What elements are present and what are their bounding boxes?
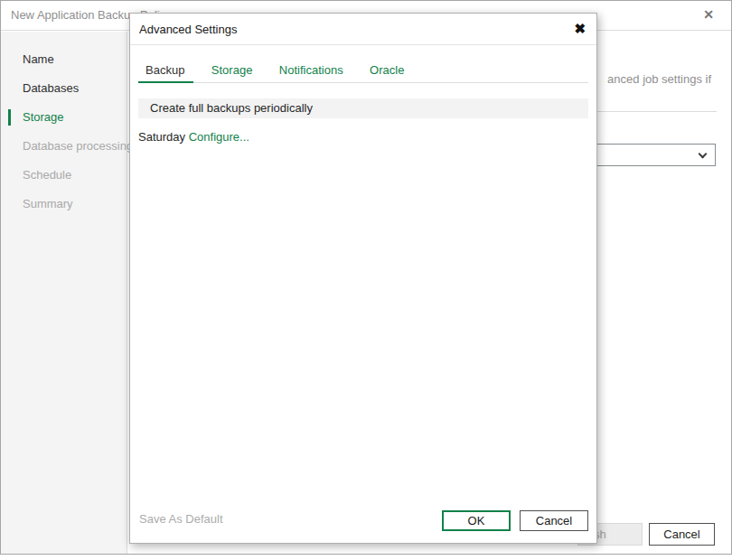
sidebar-item-storage[interactable]: Storage [1, 103, 127, 132]
tab-backup[interactable]: Backup [138, 60, 193, 82]
advanced-settings-dialog: Advanced Settings ✖ Backup Storage Notif… [129, 13, 597, 544]
dialog-title: Advanced Settings [139, 23, 237, 36]
dialog-tab-strip: Backup Storage Notifications Oracle [138, 60, 588, 83]
storage-step-description-partial: anced job settings if [607, 72, 711, 86]
wizard-step-sidebar: Name Databases Storage Database processi… [1, 32, 127, 554]
wizard-cancel-button[interactable]: Cancel [649, 523, 715, 546]
sidebar-item-summary: Summary [1, 190, 127, 219]
dialog-footer: Save As Default OK Cancel [138, 510, 588, 531]
dialog-close-icon[interactable]: ✖ [574, 21, 586, 37]
periodic-full-backup-row: Saturday Configure... [138, 130, 596, 144]
tab-oracle[interactable]: Oracle [362, 60, 413, 82]
sidebar-item-databases[interactable]: Databases [1, 74, 127, 103]
configure-link[interactable]: Configure... [189, 130, 249, 144]
window-close-icon[interactable]: ✕ [703, 7, 714, 22]
section-header-full-backups: Create full backups periodically [138, 98, 588, 118]
save-as-default-button[interactable]: Save As Default [139, 512, 223, 526]
tab-notifications[interactable]: Notifications [272, 60, 352, 82]
dialog-header: Advanced Settings ✖ [130, 14, 596, 45]
sidebar-item-schedule: Schedule [1, 161, 127, 190]
periodic-day-label: Saturday [138, 130, 185, 144]
tab-storage[interactable]: Storage [204, 60, 262, 82]
ok-button[interactable]: OK [442, 510, 511, 531]
cancel-button[interactable]: Cancel [520, 510, 588, 531]
sidebar-item-name[interactable]: Name [1, 45, 127, 74]
chevron-down-icon [699, 150, 708, 159]
sidebar-item-database-processing: Database processing [1, 132, 127, 161]
